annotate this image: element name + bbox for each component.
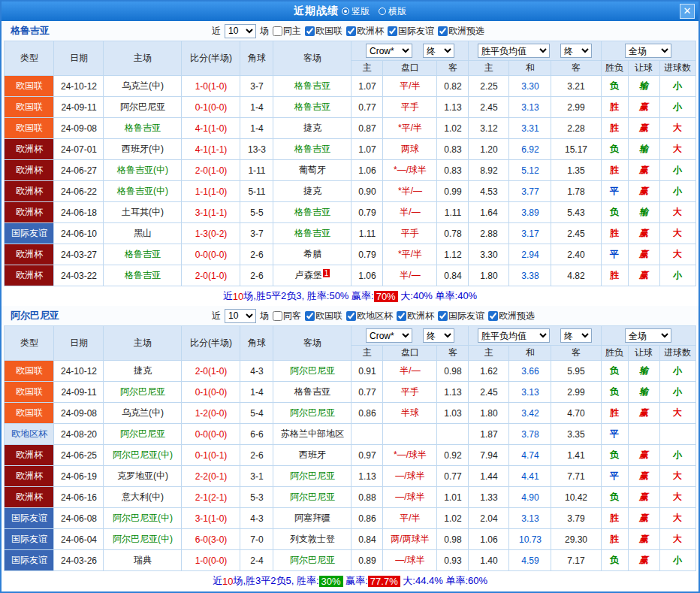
asian-handicap: 平/半 [383,508,437,529]
euro-final-select[interactable]: 终 [560,44,592,58]
league-type: 欧国联 [5,361,54,382]
win-loss-result: 胜 [601,160,628,181]
filter-checkbox[interactable]: 欧洲预选 [438,25,484,38]
match-row: 国际友谊24-06-08阿尔巴尼亚(中)3-1(1-0)4-3阿塞拜疆0.86平… [5,508,695,529]
euro-company-select[interactable]: 胜平负均值 [478,44,550,58]
filter-checkbox[interactable]: 国际友谊 [438,310,484,322]
asian-final-select[interactable]: 终 [423,328,454,343]
euro-home-odds: 3.30 [469,244,509,265]
league-type: 欧地区杯 [5,424,54,445]
win-loss-result: 胜 [601,118,628,139]
league-type: 国际友谊 [5,508,54,529]
win-loss-result: 胜 [601,97,628,118]
summary-segment: 近 [213,574,222,588]
corner-score: 4-3 [240,508,273,529]
filter-checkbox[interactable]: 欧国联 [305,310,342,322]
checkbox-input[interactable] [346,26,356,36]
match-date: 24-10-12 [54,361,104,382]
win-loss-result: 平 [601,424,628,445]
close-button[interactable]: ✕ [680,4,695,19]
checkbox-input[interactable] [438,311,448,321]
corner-score: 2-6 [240,265,273,286]
checkbox-input[interactable] [273,26,282,36]
corner-score: 5-5 [240,202,273,223]
handicap-result: 输 [628,76,659,97]
euro-away-odds: 4.82 [551,265,601,286]
handicap-result: 赢 [628,550,659,571]
scope-group: 全场 [601,41,695,61]
filter-checkbox[interactable]: 欧地区杯 [346,310,393,322]
match-date: 24-06-16 [54,487,104,508]
match-date: 24-09-08 [54,403,104,424]
filter-checkbox[interactable]: 欧洲杯 [346,25,384,38]
home-team: 瑞典 [104,550,182,571]
match-score: 0-0(0-0) [182,424,240,445]
scope-group: 全场 [601,326,695,346]
col-home: 主场 [104,41,182,76]
asian-odds-group: Crow*终 [352,41,469,61]
filter-checkbox[interactable]: 欧国联 [305,25,342,38]
filter-checkbox[interactable]: 欧洲杯 [397,310,434,322]
col-type: 类型 [5,41,54,76]
euro-away-odds: 4.70 [551,403,601,424]
asian-away-odds: 1.12 [437,244,469,265]
checkbox-label: 国际友谊 [398,25,434,38]
match-score: 2-1(2-1) [182,487,240,508]
match-date: 24-09-08 [54,118,104,139]
league-type: 欧洲杯 [5,466,54,487]
euro-draw-odds: 3.89 [509,202,551,223]
match-score: 1-3(0-2) [182,223,240,244]
goals-over-under: 小 [659,76,695,97]
asian-final-select[interactable]: 终 [423,44,454,58]
filter-checkbox[interactable]: 国际友谊 [388,25,434,38]
checkbox-input[interactable] [305,311,315,321]
handicap-result: 赢 [628,118,659,139]
match-row: 国际友谊24-03-26瑞典1-0(0-0)2-4阿尔巴尼亚0.89—/球半0.… [5,550,695,571]
layout-vertical-radio[interactable]: 竖版 [342,5,370,18]
home-team: 黑山 [104,223,182,244]
win-loss-result: 胜 [601,403,628,424]
summary-segment: 10 [222,576,233,587]
near-label: 近 [212,310,221,322]
asian-handicap: 半/— [383,361,437,382]
checkbox-input[interactable] [305,26,315,36]
checkbox-input[interactable] [488,311,498,321]
asian-away-odds: 1.01 [437,487,469,508]
euro-draw-odds: 3.13 [509,508,551,529]
matches-label: 场 [260,25,269,38]
asian-company-select[interactable]: Crow* [366,44,412,58]
filter-checkbox[interactable]: 同客 [273,310,301,322]
scope-select[interactable]: 全场 [625,328,671,343]
euro-company-select[interactable]: 胜平负均值 [478,328,550,343]
subcol-euro-draw: 和 [509,61,551,76]
euro-home-odds: 1.33 [469,487,509,508]
asian-home-odds: 1.06 [352,160,383,181]
match-count-select[interactable]: 10 [225,24,256,38]
match-score: 2-0(1-0) [182,265,240,286]
home-team: 阿尔巴尼亚 [104,97,182,118]
handicap-result: 赢 [628,466,659,487]
match-score: 2-2(0-1) [182,466,240,487]
asian-home-odds [352,424,383,445]
euro-final-select[interactable]: 终 [560,328,592,343]
summary-segment: 赢率: [343,574,368,588]
checkbox-input[interactable] [273,311,282,321]
checkbox-input[interactable] [388,26,397,36]
checkbox-input[interactable] [346,311,356,321]
checkbox-input[interactable] [397,311,406,321]
asian-handicap: 两球 [383,139,437,160]
league-type: 欧国联 [5,403,54,424]
asian-company-select[interactable]: Crow* [366,328,412,343]
checkbox-input[interactable] [438,26,448,36]
home-team: 意大利(中) [104,487,182,508]
match-count-select[interactable]: 10 [225,309,256,323]
summary-segment: 70% [374,291,398,302]
filter-checkbox[interactable]: 同主 [273,25,301,38]
scope-select[interactable]: 全场 [625,44,671,58]
asian-home-odds: 0.97 [352,445,383,466]
layout-horizontal-radio[interactable]: 横版 [379,5,406,18]
euro-home-odds: 1.20 [469,139,509,160]
results-table: 类型日期主场比分(半场)角球客场Crow*终胜平负均值终全场主盘口客主和客胜负让… [4,325,695,571]
filter-checkbox[interactable]: 欧洲预选 [488,310,535,322]
goals-over-under: 小 [659,382,695,403]
